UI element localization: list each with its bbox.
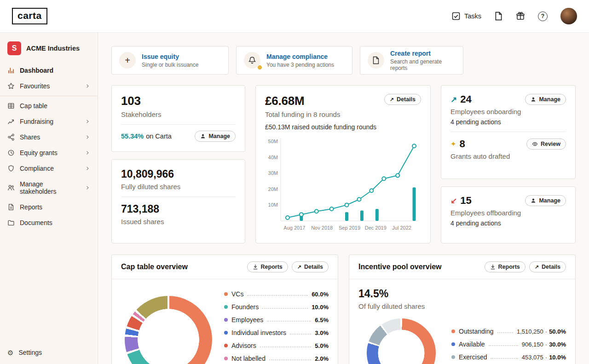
arrow-up-right-icon: ↗ xyxy=(297,265,301,270)
sidebar-item-label: Documents xyxy=(20,219,52,226)
funding-note: £50.13M raised outside funding rounds xyxy=(265,123,421,131)
arrow-down-left-icon: ↙ xyxy=(450,196,457,206)
svg-text:40M: 40M xyxy=(268,155,278,160)
funding-card: £6.68M ↗ Details Total funding in 8 roun… xyxy=(255,85,431,243)
clock-badge xyxy=(257,65,262,70)
action-subtitle: Search and generate reports xyxy=(390,58,456,71)
gift-icon[interactable] xyxy=(516,12,525,21)
captable-reports-button[interactable]: Reports xyxy=(247,261,288,272)
legend-dot xyxy=(224,331,228,335)
chevron-right-icon xyxy=(85,166,90,171)
legend-item: Employees 6.5% xyxy=(224,316,329,324)
cap-table-donut-chart xyxy=(125,296,212,364)
incentive-pool-pct-label: Of fully diluted shares xyxy=(358,302,566,310)
legend-dot xyxy=(224,305,228,309)
people-icon xyxy=(7,184,15,191)
grants-count: 8 xyxy=(460,138,465,150)
offboarding-manage-button[interactable]: Manage xyxy=(525,195,566,206)
incentive-pool-overview-card: Incentive pool overview Reports ↗ Detail… xyxy=(349,254,576,364)
carta-logo: carta xyxy=(12,8,47,24)
sidebar-item-documents[interactable]: Documents xyxy=(0,215,98,231)
svg-text:Dec 2019: Dec 2019 xyxy=(365,225,387,231)
dashboard-icon xyxy=(7,67,15,74)
stakeholders-label: Stakeholders xyxy=(121,110,236,118)
tasks-button[interactable]: Tasks xyxy=(451,12,481,21)
settings-label: Settings xyxy=(18,349,42,356)
folder-icon xyxy=(7,219,15,226)
sidebar-item-favourites[interactable]: Favourites xyxy=(0,78,98,94)
sidebar-item-compliance[interactable]: Compliance xyxy=(0,161,98,176)
total-funding-value: £6.68M xyxy=(265,94,305,108)
plus-icon: + xyxy=(119,52,136,69)
sidebar-item-manage-stakeholders[interactable]: Manage stakeholders xyxy=(0,176,98,199)
chevron-right-icon xyxy=(85,83,90,89)
sidebar-item-label: Equity grants xyxy=(20,149,58,156)
person-icon xyxy=(531,97,536,102)
svg-text:Jul 2022: Jul 2022 xyxy=(392,225,411,231)
offboarding-card: ↙ 15 Manage Employees offboarding 4 pend… xyxy=(441,186,576,243)
incentive-pool-title: Incentive pool overview xyxy=(358,263,442,271)
svg-text:Aug 2017: Aug 2017 xyxy=(283,225,305,231)
svg-text:Nov 2018: Nov 2018 xyxy=(311,225,333,231)
arrow-up-right-icon: ↗ xyxy=(450,95,457,104)
legend-item: Individual investors 3.0% xyxy=(224,329,329,336)
gear-icon: ⚙ xyxy=(7,349,13,356)
sidebar-divider xyxy=(0,96,98,96)
sidebar-item-settings[interactable]: ⚙ Settings xyxy=(0,342,98,364)
issued-count: 713,188 xyxy=(121,203,236,215)
sidebar-item-shares[interactable]: Shares xyxy=(0,129,98,145)
company-logo: S xyxy=(7,41,21,55)
user-avatar[interactable] xyxy=(560,8,577,24)
manage-compliance-card[interactable]: Manage compliance You have 3 pending act… xyxy=(236,46,352,75)
tasks-label: Tasks xyxy=(464,12,481,20)
funding-details-button[interactable]: ↗ Details xyxy=(384,94,421,105)
legend-dot xyxy=(451,329,455,333)
action-subtitle: You have 3 pending actions xyxy=(266,62,334,68)
grants-review-button[interactable]: Review xyxy=(526,139,566,150)
legend-item: Advisors 5.0% xyxy=(224,342,329,349)
create-report-card[interactable]: Create report Search and generate report… xyxy=(360,46,463,75)
onboarding-pending: 4 pending actions xyxy=(450,118,566,126)
dashboard-main: + Issue equity Single or bulk issuance M… xyxy=(98,33,589,364)
sidebar-item-label: Manage stakeholders xyxy=(20,180,80,195)
company-switcher[interactable]: S ACME Industries xyxy=(0,33,98,63)
svg-text:30M: 30M xyxy=(268,170,278,176)
star-icon xyxy=(7,82,15,90)
sidebar-item-reports[interactable]: Reports xyxy=(0,199,98,215)
sidebar-item-fundraising[interactable]: Fundraising xyxy=(0,114,98,129)
sidebar: S ACME Industries Dashboard Favourites xyxy=(0,33,98,364)
incentive-reports-button[interactable]: Reports xyxy=(485,261,525,272)
stakeholders-card: 103 Stakeholders 55.34% on Carta Manage xyxy=(111,85,245,152)
offboarding-count: 15 xyxy=(460,195,471,207)
report-page-icon xyxy=(368,52,384,69)
captable-details-button[interactable]: ↗ Details xyxy=(292,261,329,272)
legend-dot xyxy=(451,355,455,359)
sidebar-item-dashboard[interactable]: Dashboard xyxy=(0,63,98,78)
eye-icon xyxy=(532,141,538,147)
arrow-up-right-icon: ↗ xyxy=(390,97,394,102)
help-icon[interactable]: ? xyxy=(538,12,548,21)
trend-icon xyxy=(7,118,15,125)
legend-dot xyxy=(224,344,228,347)
sidebar-item-label: Compliance xyxy=(20,165,54,172)
legend-dot xyxy=(224,357,228,360)
dotted-leader xyxy=(262,308,308,309)
document-icon[interactable] xyxy=(494,12,503,21)
carta-logo-text: carta xyxy=(17,10,42,21)
sidebar-item-label: Favourites xyxy=(20,82,50,90)
onboarding-card: ↗ 24 Manage Employees onboarding 4 pendi… xyxy=(441,85,576,179)
manage-stakeholders-button[interactable]: Manage xyxy=(195,131,236,142)
sidebar-item-equity-grants[interactable]: Equity grants xyxy=(0,145,98,161)
quick-actions: + Issue equity Single or bulk issuance M… xyxy=(111,46,576,75)
issue-equity-card[interactable]: + Issue equity Single or bulk issuance xyxy=(111,46,229,75)
onboarding-manage-button[interactable]: Manage xyxy=(525,94,566,105)
sidebar-item-cap-table[interactable]: Cap table xyxy=(0,98,98,114)
svg-text:20M: 20M xyxy=(268,186,278,192)
incentive-details-button[interactable]: ↗ Details xyxy=(529,261,566,272)
legend-dot xyxy=(224,318,228,322)
offboarding-label: Employees offboarding xyxy=(450,209,566,217)
chevron-right-icon xyxy=(85,119,90,124)
clock-icon xyxy=(7,149,15,156)
tasks-checkbox-icon xyxy=(451,12,461,21)
shield-icon xyxy=(7,165,15,172)
